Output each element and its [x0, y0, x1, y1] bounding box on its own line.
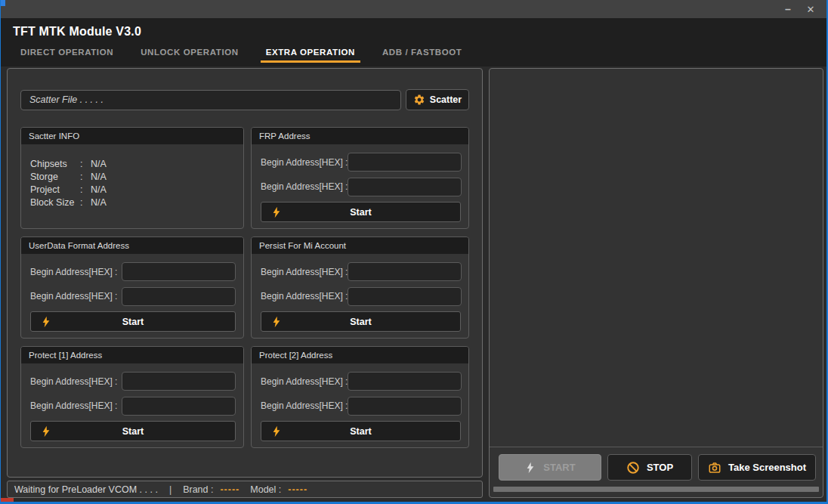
operation-grid: Sactter INFO Chipsets : N/A Storge : N/A: [20, 127, 469, 448]
protect-1-title: Protect [1] Address: [21, 347, 243, 363]
info-row-block-size: Block Size : N/A: [30, 196, 236, 209]
info-value: N/A: [91, 184, 107, 196]
protect-2-body: Begin Address[HEX] : Begin Address[HEX] …: [252, 363, 468, 447]
field-row: Begin Address[HEX] :: [30, 262, 236, 281]
begin-address-label: Begin Address[HEX] :: [261, 267, 348, 277]
field-row: Begin Address[HEX] :: [261, 372, 461, 391]
protect-1-body: Begin Address[HEX] : Begin Address[HEX] …: [21, 363, 243, 447]
tab-direct-operation[interactable]: DIRECT OPERATION: [15, 45, 119, 63]
lightning-icon: [40, 425, 52, 438]
scatter-file-input[interactable]: [20, 90, 401, 110]
close-button[interactable]: ✕: [799, 2, 822, 17]
protect1-start-button[interactable]: Start: [30, 421, 236, 441]
header: TFT MTK Module V3.0 DIRECT OPERATION UNL…: [1, 18, 826, 66]
operations-panel: Scatter Sactter INFO Chipsets : N/A: [7, 68, 483, 478]
titlebar: – ✕: [1, 0, 826, 18]
info-value: N/A: [91, 196, 107, 209]
protect-2-box: Protect [2] Address Begin Address[HEX] :…: [251, 346, 469, 448]
lightning-icon: [524, 462, 536, 474]
log-output-area: [490, 69, 823, 447]
status-separator: |: [169, 484, 171, 495]
protect-1-box: Protect [1] Address Begin Address[HEX] :…: [20, 346, 244, 448]
minimize-button[interactable]: –: [777, 2, 799, 17]
protect2-start-button[interactable]: Start: [261, 421, 461, 441]
field-row: Begin Address[HEX] :: [261, 153, 461, 172]
persist-begin-address-input-2[interactable]: [348, 287, 462, 306]
scatter-button[interactable]: Scatter: [406, 89, 469, 110]
start-button-label: Start: [350, 426, 371, 437]
persist-mi-account-body: Begin Address[HEX] : Begin Address[HEX] …: [252, 254, 468, 338]
tab-bar: DIRECT OPERATION UNLOCK OPERATION EXTRA …: [15, 45, 826, 63]
persist-begin-address-input-1[interactable]: [348, 262, 462, 281]
frp-begin-address-input-2[interactable]: [348, 178, 462, 196]
userdata-format-body: Begin Address[HEX] : Begin Address[HEX] …: [21, 254, 243, 338]
protect-2-title: Protect [2] Address: [252, 347, 468, 363]
main-area: Scatter Sactter INFO Chipsets : N/A: [1, 66, 826, 502]
field-row: Begin Address[HEX] :: [261, 178, 461, 196]
stop-button-label: STOP: [647, 462, 673, 473]
tab-extra-operation[interactable]: EXTRA OPERATION: [261, 45, 360, 63]
userdata-begin-address-input-1[interactable]: [122, 262, 236, 281]
protect1-begin-address-input-1[interactable]: [122, 372, 236, 391]
scatter-button-label: Scatter: [430, 94, 462, 105]
frp-address-box: FRP Address Begin Address[HEX] : Begin A…: [251, 127, 469, 229]
info-colon: :: [80, 196, 91, 209]
no-entry-icon: [626, 461, 640, 475]
persist-start-button[interactable]: Start: [261, 311, 461, 332]
start-button[interactable]: START: [499, 454, 601, 481]
progress-bar: [493, 487, 819, 492]
start-button-label: Start: [122, 426, 144, 437]
left-column: Scatter Sactter INFO Chipsets : N/A: [7, 68, 483, 498]
field-row: Begin Address[HEX] :: [261, 287, 461, 306]
status-bar: Waiting for PreLoader VCOM . . . . | Bra…: [7, 481, 483, 498]
begin-address-label: Begin Address[HEX] :: [261, 181, 348, 192]
lightning-icon: [40, 316, 52, 328]
userdata-begin-address-input-2[interactable]: [122, 287, 236, 306]
stop-button[interactable]: STOP: [607, 454, 692, 481]
protect1-begin-address-input-2[interactable]: [122, 397, 236, 416]
begin-address-label: Begin Address[HEX] :: [261, 376, 348, 387]
brand-value: -----: [220, 484, 239, 495]
info-row-chipsets: Chipsets : N/A: [30, 158, 236, 171]
info-row-storge: Storge : N/A: [30, 171, 236, 184]
frp-begin-address-input-1[interactable]: [348, 153, 462, 172]
take-screenshot-button[interactable]: Take Screenshot: [698, 454, 816, 481]
protect2-begin-address-input-1[interactable]: [348, 372, 462, 391]
field-row: Begin Address[HEX] :: [261, 262, 461, 281]
action-button-row: START STOP Take Screenshot: [490, 447, 823, 484]
app-window: – ✕ TFT MTK Module V3.0 DIRECT OPERATION…: [0, 0, 828, 504]
field-row: Begin Address[HEX] :: [30, 397, 236, 416]
info-colon: :: [80, 184, 91, 196]
model-value: -----: [288, 484, 307, 495]
field-row: Begin Address[HEX] :: [261, 397, 461, 416]
info-value: N/A: [91, 158, 107, 171]
screenshot-button-label: Take Screenshot: [728, 462, 806, 473]
start-button-label: Start: [122, 317, 144, 327]
userdata-format-box: UserData Format Address Begin Address[HE…: [20, 237, 244, 339]
scatter-info-box: Sactter INFO Chipsets : N/A Storge : N/A: [20, 127, 244, 229]
persist-mi-account-box: Persist For Mi Account Begin Address[HEX…: [251, 237, 469, 339]
lightning-icon: [270, 425, 283, 438]
frp-address-body: Begin Address[HEX] : Begin Address[HEX] …: [252, 144, 468, 228]
frp-start-button[interactable]: Start: [261, 202, 461, 222]
persist-mi-account-title: Persist For Mi Account: [252, 237, 468, 254]
lightning-icon: [270, 206, 283, 218]
begin-address-label: Begin Address[HEX] :: [30, 291, 117, 301]
scatter-info-body: Chipsets : N/A Storge : N/A Project: [21, 144, 243, 228]
model-label: Model :: [250, 484, 281, 495]
protect2-begin-address-input-2[interactable]: [348, 397, 462, 416]
tab-unlock-operation[interactable]: UNLOCK OPERATION: [135, 45, 244, 63]
info-colon: :: [80, 158, 91, 171]
info-label: Chipsets: [30, 158, 80, 171]
log-panel: START STOP Take Screenshot: [489, 68, 823, 498]
scatter-file-row: Scatter: [20, 89, 469, 110]
userdata-start-button[interactable]: Start: [30, 311, 236, 332]
tab-adb-fastboot[interactable]: ADB / FASTBOOT: [377, 45, 468, 63]
start-button-label: Start: [350, 207, 371, 218]
userdata-format-title: UserData Format Address: [21, 237, 243, 254]
start-button-label: Start: [350, 317, 371, 327]
begin-address-label: Begin Address[HEX] :: [261, 157, 348, 168]
field-row: Begin Address[HEX] :: [30, 287, 236, 306]
info-label: Project: [30, 184, 80, 196]
begin-address-label: Begin Address[HEX] :: [261, 291, 348, 301]
